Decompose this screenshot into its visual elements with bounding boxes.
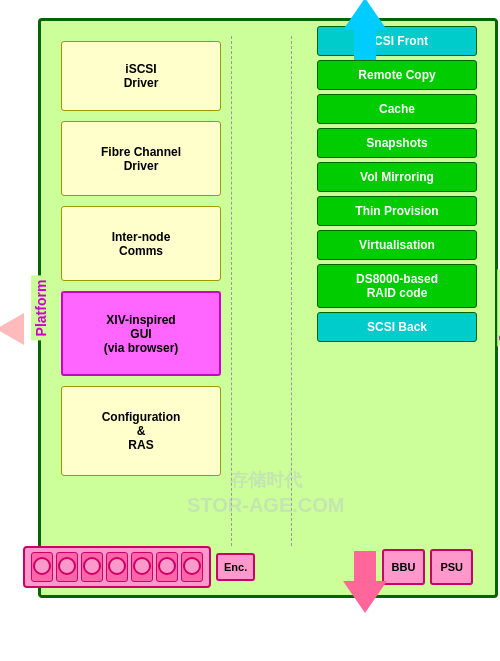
disk-7 [181,552,203,582]
snapshots-label: Snapshots [366,136,427,150]
dashed-line-left [231,36,233,546]
bbu-label: BBU [382,549,426,585]
virtualisation-box: Virtualisation [317,230,477,260]
disk-1 [31,552,53,582]
gui-label: XIV-inspiredGUI(via browser) [104,313,179,355]
disk-6 [156,552,178,582]
ds8000-label: DS8000-basedRAID code [356,272,438,300]
outer-wrapper: Platform Clustering iSCSIDriver Fibre Ch… [18,8,482,598]
disk-container [23,546,211,588]
bottom-section: Enc. BBU PSU [23,546,473,588]
disk-3 [81,552,103,582]
internode-comms-label: Inter-nodeComms [112,230,171,258]
thin-provision-label: Thin Provision [355,204,438,218]
ds8000-box: DS8000-basedRAID code [317,264,477,308]
remote-copy-box: Remote Copy [317,60,477,90]
right-column: SCSI Front Remote Copy Cache Snapshots V… [317,26,477,342]
down-arrow [343,551,387,613]
platform-label: Platform [31,276,51,341]
config-label: Configuration&RAS [102,410,181,452]
left-column: iSCSIDriver Fibre ChannelDriver Inter-no… [61,41,221,531]
disk-2 [56,552,78,582]
fibre-channel-label: Fibre ChannelDriver [101,145,181,173]
fibre-channel-box: Fibre ChannelDriver [61,121,221,196]
virtualisation-label: Virtualisation [359,238,435,252]
config-box: Configuration&RAS [61,386,221,476]
vol-mirroring-label: Vol Mirroring [360,170,434,184]
cache-label: Cache [379,102,415,116]
thin-provision-box: Thin Provision [317,196,477,226]
vol-mirroring-box: Vol Mirroring [317,162,477,192]
up-arrow [343,0,387,60]
remote-copy-label: Remote Copy [358,68,435,82]
disk-5 [131,552,153,582]
iscsi-driver-label: iSCSIDriver [124,62,159,90]
cache-box: Cache [317,94,477,124]
scsi-front-box: SCSI Front [317,26,477,56]
enc-label: Enc. [216,553,255,581]
disk-4 [106,552,128,582]
gui-box: XIV-inspiredGUI(via browser) [61,291,221,376]
main-container: Platform Clustering iSCSIDriver Fibre Ch… [38,18,498,598]
snapshots-box: Snapshots [317,128,477,158]
scsi-back-box: SCSI Back [317,312,477,342]
dashed-line-right [291,36,293,546]
psu-label: PSU [430,549,473,585]
left-arrow [0,313,24,345]
iscsi-driver-box: iSCSIDriver [61,41,221,111]
internode-comms-box: Inter-nodeComms [61,206,221,281]
scsi-back-label: SCSI Back [367,320,427,334]
